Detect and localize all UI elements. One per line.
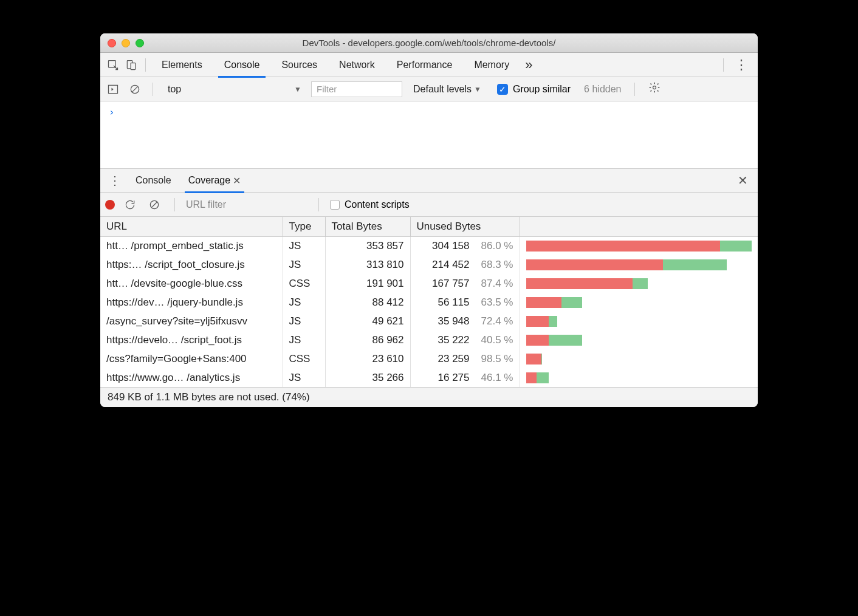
execution-context-icon[interactable]: [104, 80, 122, 98]
header-type[interactable]: Type: [283, 217, 325, 236]
main-tabs-row: ElementsConsoleSourcesNetworkPerformance…: [100, 53, 758, 77]
tab-memory[interactable]: Memory: [463, 53, 520, 77]
svg-rect-2: [131, 63, 136, 69]
coverage-summary: 849 KB of 1.1 MB bytes are not used. (74…: [100, 387, 758, 407]
inspect-element-icon[interactable]: [104, 56, 122, 74]
log-levels-label: Default levels: [413, 84, 472, 95]
cell-url: htt… /devsite-google-blue.css: [100, 274, 283, 293]
header-bar[interactable]: [520, 217, 758, 236]
cell-unused-bytes: 16 27546.1 %: [410, 368, 520, 387]
table-header-row: URL Type Total Bytes Unused Bytes: [100, 217, 758, 236]
context-selector[interactable]: top ▼: [162, 81, 307, 98]
cell-type: CSS: [283, 349, 325, 368]
cell-unused-bytes: 56 11563.5 %: [410, 293, 520, 312]
close-window-button[interactable]: [108, 39, 116, 47]
cell-unused-bytes: 214 45268.3 %: [410, 255, 520, 274]
tab-sources[interactable]: Sources: [270, 53, 328, 77]
table-row[interactable]: /async_survey?site=ylj5ifxusvvJS49 62135…: [100, 312, 758, 330]
cell-type: CSS: [283, 274, 325, 293]
tab-console[interactable]: Console: [213, 53, 271, 77]
settings-kebab-icon[interactable]: ⋮: [729, 57, 754, 73]
drawer-tab-coverage[interactable]: Coverage✕: [180, 168, 249, 193]
window-title: DevTools - developers.google.com/web/too…: [100, 38, 758, 48]
drawer-tabs: ConsoleCoverage✕: [127, 168, 249, 193]
divider: [634, 83, 635, 96]
drawer-tab-label: Console: [136, 175, 171, 186]
drawer-menu-icon[interactable]: ⋮: [103, 173, 127, 188]
cell-url: /css?family=Google+Sans:400: [100, 349, 283, 368]
content-scripts-checkbox[interactable]: [330, 200, 340, 210]
more-tabs-button[interactable]: »: [525, 57, 532, 73]
devtools-window: DevTools - developers.google.com/web/too…: [100, 33, 758, 407]
main-tabs: ElementsConsoleSourcesNetworkPerformance…: [151, 53, 520, 77]
drawer-tabs-row: ⋮ ConsoleCoverage✕ ✕: [100, 168, 758, 193]
cell-type: JS: [283, 255, 325, 274]
clear-coverage-icon[interactable]: [145, 196, 163, 214]
group-similar-checkbox[interactable]: ✓: [497, 84, 508, 95]
divider: [145, 58, 146, 72]
zoom-window-button[interactable]: [136, 39, 144, 47]
drawer-tab-label: Coverage: [188, 175, 230, 186]
cell-type: JS: [283, 293, 325, 312]
cell-usage-bar: [520, 312, 758, 330]
cell-url: https:… /script_foot_closure.js: [100, 255, 283, 274]
close-drawer-icon[interactable]: ✕: [730, 173, 755, 188]
drawer-tab-console[interactable]: Console: [127, 168, 180, 193]
hidden-count[interactable]: 6 hidden: [579, 84, 626, 95]
cell-url: https://develo… /script_foot.js: [100, 330, 283, 349]
cell-type: JS: [283, 236, 325, 255]
content-scripts-label: Content scripts: [345, 199, 410, 210]
console-settings-icon[interactable]: [644, 81, 665, 97]
cell-total-bytes: 313 810: [325, 255, 410, 274]
log-levels-selector[interactable]: Default levels ▼: [406, 84, 489, 95]
header-url[interactable]: URL: [100, 217, 283, 236]
cell-total-bytes: 353 857: [325, 236, 410, 255]
svg-point-6: [653, 86, 656, 89]
reload-icon[interactable]: [121, 196, 139, 214]
cell-unused-bytes: 304 15886.0 %: [410, 236, 520, 255]
table-row[interactable]: /css?family=Google+Sans:400CSS23 61023 2…: [100, 349, 758, 368]
table-row[interactable]: https://dev… /jquery-bundle.jsJS88 41256…: [100, 293, 758, 312]
divider: [723, 58, 724, 72]
minimize-window-button[interactable]: [122, 39, 130, 47]
cell-total-bytes: 49 621: [325, 312, 410, 330]
chevron-down-icon: ▼: [294, 85, 301, 94]
group-similar-label: Group similar: [513, 84, 571, 95]
divider: [174, 198, 175, 211]
header-total[interactable]: Total Bytes: [325, 217, 410, 236]
chevron-down-icon: ▼: [474, 85, 481, 94]
tab-network[interactable]: Network: [328, 53, 386, 77]
header-unused[interactable]: Unused Bytes: [410, 217, 520, 236]
device-toggle-icon[interactable]: [122, 56, 140, 74]
cell-total-bytes: 35 266: [325, 368, 410, 387]
record-button[interactable]: [105, 200, 115, 210]
cell-unused-bytes: 23 25998.5 %: [410, 349, 520, 368]
cell-usage-bar: [520, 330, 758, 349]
cell-usage-bar: [520, 293, 758, 312]
coverage-toolbar: Content scripts: [100, 193, 758, 217]
console-prompt-icon: ›: [109, 106, 115, 118]
tab-performance[interactable]: Performance: [386, 53, 464, 77]
console-filter-input[interactable]: [311, 81, 402, 97]
close-tab-icon[interactable]: ✕: [233, 175, 241, 187]
cell-total-bytes: 86 962: [325, 330, 410, 349]
table-row[interactable]: https://develo… /script_foot.jsJS86 9623…: [100, 330, 758, 349]
cell-url: https://www.go… /analytics.js: [100, 368, 283, 387]
table-row[interactable]: htt… /prompt_embed_static.jsJS353 857304…: [100, 236, 758, 255]
table-row[interactable]: htt… /devsite-google-blue.cssCSS191 9011…: [100, 274, 758, 293]
cell-usage-bar: [520, 349, 758, 368]
console-toolbar: top ▼ Default levels ▼ ✓ Group similar 6…: [100, 77, 758, 101]
url-filter-input[interactable]: [186, 197, 307, 213]
table-row[interactable]: https:… /script_foot_closure.jsJS313 810…: [100, 255, 758, 274]
console-body[interactable]: ›: [100, 101, 758, 168]
cell-unused-bytes: 35 22240.5 %: [410, 330, 520, 349]
cell-url: /async_survey?site=ylj5ifxusvv: [100, 312, 283, 330]
cell-url: htt… /prompt_embed_static.js: [100, 236, 283, 255]
cell-total-bytes: 88 412: [325, 293, 410, 312]
cell-total-bytes: 191 901: [325, 274, 410, 293]
cell-usage-bar: [520, 236, 758, 255]
tab-elements[interactable]: Elements: [151, 53, 213, 77]
clear-console-icon[interactable]: [126, 80, 144, 98]
svg-line-5: [132, 86, 137, 91]
table-row[interactable]: https://www.go… /analytics.jsJS35 26616 …: [100, 368, 758, 387]
